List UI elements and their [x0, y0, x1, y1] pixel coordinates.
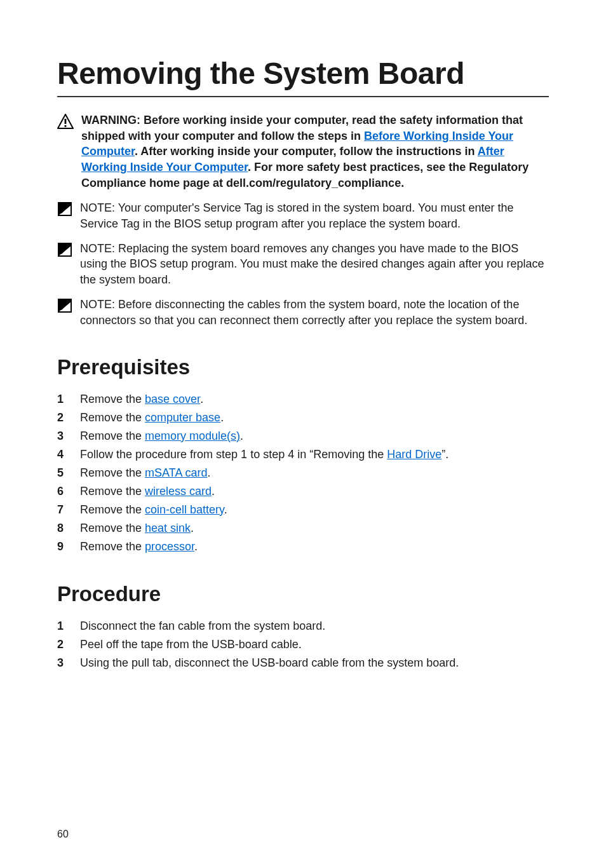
- text: Remove the: [80, 393, 145, 405]
- svg-rect-2: [65, 125, 67, 127]
- note-icon: [57, 298, 72, 313]
- text: .: [224, 503, 227, 516]
- text: Remove the: [80, 503, 145, 516]
- note-label: NOTE:: [80, 242, 118, 255]
- list-item: Remove the memory module(s).: [57, 428, 549, 445]
- link-heat-sink[interactable]: heat sink: [145, 522, 191, 534]
- link-wireless-card[interactable]: wireless card: [145, 485, 212, 498]
- text: Remove the: [80, 540, 145, 553]
- link-msata-card[interactable]: mSATA card: [145, 466, 207, 479]
- list-item: Disconnect the fan cable from the system…: [57, 618, 549, 635]
- note-block-2: NOTE: Replacing the system board removes…: [57, 241, 549, 288]
- warning-triangle-icon: [57, 114, 74, 129]
- note-2-text: NOTE: Replacing the system board removes…: [80, 241, 549, 288]
- link-hard-drive[interactable]: Hard Drive: [387, 448, 441, 461]
- procedure-list: Disconnect the fan cable from the system…: [57, 618, 549, 672]
- link-processor[interactable]: processor: [145, 540, 194, 553]
- text: .: [194, 540, 198, 553]
- prerequisites-list: Remove the base cover. Remove the comput…: [57, 391, 549, 555]
- text: .: [240, 430, 243, 442]
- note-label: NOTE:: [80, 298, 118, 311]
- warning-block: WARNING: Before working inside your comp…: [57, 112, 549, 191]
- page-title: Removing the System Board: [57, 57, 549, 91]
- text: Remove the: [80, 411, 145, 424]
- text: .: [220, 411, 224, 424]
- text: .: [191, 522, 194, 534]
- link-base-cover[interactable]: base cover: [145, 393, 200, 405]
- link-memory-modules[interactable]: memory module(s): [145, 430, 240, 442]
- prerequisites-heading: Prerequisites: [57, 355, 549, 379]
- list-item: Remove the coin-cell battery.: [57, 501, 549, 519]
- procedure-heading: Procedure: [57, 582, 549, 606]
- text: .: [212, 485, 215, 498]
- list-item: Using the pull tab, disconnect the USB-b…: [57, 654, 549, 672]
- list-item: Remove the processor.: [57, 538, 549, 555]
- list-item: Remove the base cover.: [57, 391, 549, 408]
- text: Remove the: [80, 522, 145, 534]
- proc-step-1: Disconnect the fan cable from the system…: [80, 618, 325, 635]
- text: .: [200, 393, 203, 405]
- text: Remove the: [80, 430, 145, 442]
- text: Remove the: [80, 485, 145, 498]
- proc-step-2: Peel off the tape from the USB-board cab…: [80, 636, 302, 653]
- text: ”.: [441, 448, 448, 461]
- text: Follow the procedure from step 1 to step…: [80, 448, 387, 461]
- note-label: NOTE:: [80, 201, 118, 214]
- list-item: Follow the procedure from step 1 to step…: [57, 446, 549, 463]
- page-container: Removing the System Board WARNING: Befor…: [0, 0, 606, 868]
- note-3-text: NOTE: Before disconnecting the cables fr…: [80, 297, 549, 329]
- title-divider: [57, 96, 549, 97]
- link-computer-base[interactable]: computer base: [145, 411, 220, 424]
- note-3-body: Before disconnecting the cables from the…: [80, 298, 527, 327]
- list-item: Remove the mSATA card.: [57, 465, 549, 482]
- page-number: 60: [57, 829, 69, 840]
- note-block-1: NOTE: Your computer's Service Tag is sto…: [57, 200, 549, 232]
- note-block-3: NOTE: Before disconnecting the cables fr…: [57, 297, 549, 329]
- proc-step-3: Using the pull tab, disconnect the USB-b…: [80, 654, 459, 672]
- list-item: Remove the computer base.: [57, 409, 549, 426]
- text: Remove the: [80, 466, 145, 479]
- link-coin-cell-battery[interactable]: coin-cell battery: [145, 503, 224, 516]
- list-item: Peel off the tape from the USB-board cab…: [57, 636, 549, 653]
- note-1-text: NOTE: Your computer's Service Tag is sto…: [80, 200, 549, 232]
- svg-rect-1: [65, 119, 67, 124]
- text: .: [207, 466, 210, 479]
- list-item: Remove the wireless card.: [57, 483, 549, 500]
- note-1-body: Your computer's Service Tag is stored in…: [80, 201, 513, 230]
- note-2-body: Replacing the system board removes any c…: [80, 242, 544, 287]
- warning-text: WARNING: Before working inside your comp…: [81, 112, 549, 191]
- warning-text-part2: . After working inside your computer, fo…: [135, 145, 478, 158]
- list-item: Remove the heat sink.: [57, 520, 549, 537]
- note-icon: [57, 201, 72, 217]
- note-icon: [57, 242, 72, 257]
